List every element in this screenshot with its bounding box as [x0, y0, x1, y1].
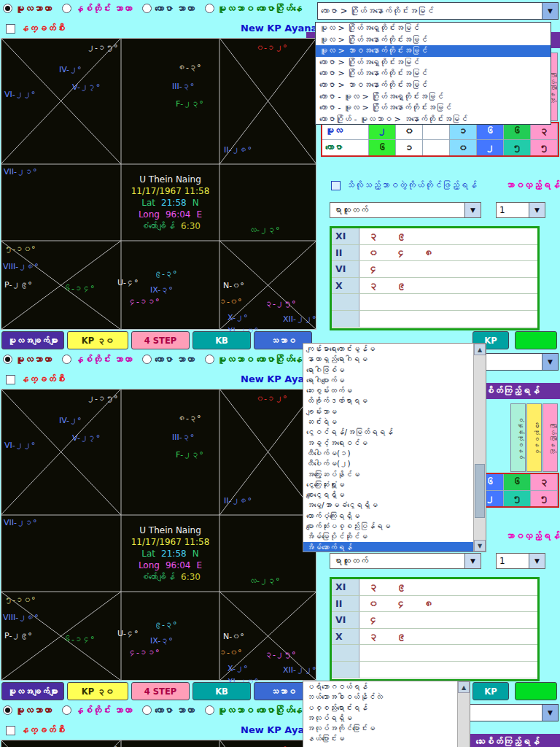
scrollbar-thumb[interactable]	[475, 464, 485, 518]
nakkhat-checkbox[interactable]	[6, 24, 15, 34]
birth-chart: ၂-၁၅°IV-၂°V-၂၇°VI-၂၂°၈-၃°III-၃°F-၂၃°၀-၁၂…	[1, 38, 316, 330]
topic-item[interactable]: ထောက်ပံ့ကြေးရရှိမ	[303, 511, 473, 521]
house-number: XI	[332, 579, 359, 595]
dropdown-item[interactable]: ကောဇာ > ဂြိုဟ်အရှေ့တိုင်းအမြင်	[316, 57, 551, 69]
topic-item[interactable]: အမွေ/အာမခံငွေရရှိမ	[303, 500, 473, 510]
topic-combobox[interactable]: ရာထူးတက် ▼	[330, 553, 481, 569]
dropdown-item[interactable]: ကောဇာဂြိုဟ် - မူလဘာဝ > အနောက်တိုင်းအမြင်	[316, 114, 551, 125]
topic-item[interactable]: ချေးငွေရရှိမ	[303, 489, 473, 500]
topic-item[interactable]: အိမ်ဆောက်ရန်	[303, 542, 473, 551]
fill-houses-checkbox[interactable]	[331, 181, 341, 190]
house-value: ၉	[387, 629, 415, 645]
chart-label: ၀-၁၂°	[256, 395, 287, 403]
topic-item[interactable]: ထီပေါက်မ(၂)	[303, 458, 473, 468]
radio-icon	[142, 355, 152, 364]
rotate-houses-label[interactable]: ဘာဝလှည့်ရန်	[505, 530, 560, 541]
dropdown-arrow-icon[interactable]: ▼	[542, 354, 558, 370]
topic-item[interactable]: နယ်ပြောင်းမ	[303, 733, 457, 743]
dropdown-arrow-icon[interactable]: ▼	[464, 554, 481, 568]
count-combobox[interactable]: 1 ▼	[496, 202, 545, 218]
topic-item[interactable]: ငွေဝင်ရန်/အမြတ်ရရန်	[303, 427, 473, 437]
topic-item[interactable]: ဆင်းရဲမ	[303, 417, 473, 427]
dropdown-item[interactable]: ကောဇာ > ဂြိုဟ်အနောက်တိုင်းအမြင်	[316, 68, 551, 80]
radio-option-0[interactable]: မူလဘာတာ	[3, 3, 52, 14]
topic-item[interactable]: အလုပ်အကိုင်ပြောင်းမ	[303, 723, 457, 733]
radio-option-label: ကောဇာ ဘာတာ	[155, 705, 194, 716]
topic-item[interactable]: အကြွေးဆပ်နိုင်မ	[303, 469, 473, 479]
toolbar-button-3[interactable]: KB	[192, 682, 251, 700]
chart-label: ၄-၁၁°	[128, 298, 159, 306]
topic-item[interactable]: ဘယ်သောအခါဝယ်နိုင်လဲ	[303, 692, 457, 702]
topic-item[interactable]: ပစ္စည်းရောင်းရန်	[303, 703, 457, 713]
topic-item[interactable]: အိမ်မြေပိုင်ဆိုင်မ	[303, 531, 473, 541]
radio-option-3[interactable]: မူလဘာဝ ကောဇာဂြိုဟ်နေ	[205, 705, 303, 716]
toolbar-button-1[interactable]: KP ၃၀	[67, 682, 128, 700]
radio-option-0[interactable]: မူလဘာတာ	[3, 354, 52, 365]
scroll-down-icon[interactable]: ▼	[474, 540, 486, 551]
dropdown-arrow-icon[interactable]: ▼	[542, 3, 558, 19]
dropdown-arrow-icon[interactable]: ▼	[529, 203, 545, 217]
topic-item[interactable]: အခွင့်အရေးဝင်မ	[303, 438, 473, 448]
scroll-up-icon[interactable]: ▲	[458, 681, 470, 693]
dropdown-item[interactable]: ကောဇာ > ဘာဝအနောက်တိုင်းအမြင်	[316, 80, 551, 91]
radio-option-0[interactable]: မူလဘာတာ	[3, 705, 52, 716]
radio-option-1[interactable]: နှစ်တိုင်း ဘာတာ	[62, 705, 132, 716]
radio-option-3[interactable]: မူလဘာဝ ကောဇာဂြိုဟ်နေ	[205, 354, 303, 365]
side-tab-2[interactable]: ဂြိုဟ်ပြီးနည်း	[542, 403, 558, 472]
toolbar-right-button-1[interactable]	[515, 331, 557, 349]
topic-item[interactable]: ပရိဘောဂဝယ်ရန်	[303, 681, 457, 692]
dropdown-item[interactable]: မူလ > ဂြိုဟ်အရှေ့တိုင်းအမြင်	[316, 23, 551, 34]
dropdown-arrow-icon[interactable]: ▼	[464, 203, 481, 217]
topic-item[interactable]: ထီပေါက်မ(၁)	[303, 448, 473, 458]
toolbar-button-2[interactable]: 4 STEP	[131, 331, 190, 349]
radio-option-2[interactable]: ကောဇာ ဘာတာ	[142, 354, 194, 365]
toolbar-button-1[interactable]: KP ၃၀	[67, 331, 128, 349]
topic-item[interactable]: ဆေးစွမ်းထက်မ	[303, 385, 473, 395]
dropdown-item[interactable]: မူလ > ဘာဝအနောက်တိုင်းအမြင်	[316, 45, 551, 57]
side-tab-0[interactable]: စံနှုန်းသုံးစနစ်	[510, 403, 526, 472]
scrollbar[interactable]: ▲	[457, 681, 470, 747]
radio-option-1[interactable]: နှစ်တိုင်း ဘာတာ	[62, 3, 132, 14]
toolbar-button-0[interactable]: မူလအချက်များ	[1, 682, 64, 700]
topic-combobox[interactable]: ရာထူးတက် ▼	[330, 202, 481, 218]
nakkhat-checkbox[interactable]	[6, 726, 15, 735]
chart-label: ၁-၀°	[219, 649, 241, 657]
topic-item[interactable]: ချမ်းသာမ	[303, 406, 473, 417]
dropdown-item[interactable]: ကောဇာ - မူလ > ဂြိုဟ်အရှေ့တိုင်းအမြင်	[316, 91, 551, 103]
birth-latitude: Lat 21:58 N	[141, 198, 198, 208]
rotate-houses-label[interactable]: ဘာဝလှည့်ရန်	[505, 179, 560, 190]
topic-item[interactable]: ရောဂါပျောက်မ	[303, 375, 473, 385]
topic-item[interactable]: ထိခိုက်ဒဏ်ရာရမ	[303, 395, 473, 406]
dropdown-arrow-icon[interactable]: ▼	[542, 705, 558, 721]
toolbar-right-button-1[interactable]	[515, 682, 557, 700]
house-row: X၃၉	[332, 629, 537, 646]
topic-item[interactable]: ပျောက်ဆုံးပစ္စည်းပြန်ရမ	[303, 521, 473, 531]
chart-label: III-၃°	[172, 433, 194, 442]
radio-option-1[interactable]: နှစ်တိုင်း ဘာတာ	[62, 354, 132, 365]
toolbar-button-2[interactable]: 4 STEP	[131, 682, 190, 700]
topic-item[interactable]: ငွေကြေးဆုံးရှုံးမ	[303, 479, 473, 489]
house-row: XI၃၉	[332, 579, 537, 596]
radio-option-3[interactable]: မူလဘာဝ ကောဇာဂြိုဟ်နေ	[205, 3, 303, 14]
chart-label: F-၂၃°	[176, 100, 203, 109]
topic-item[interactable]: နာတာရှည်ရောဂါရမ	[303, 354, 473, 364]
radio-option-2[interactable]: ကောဇာ ဘာတာ	[142, 705, 194, 716]
dropdown-item[interactable]: ကောဇာ - မူလ > ဂြိုဟ်အနောက်တိုင်းအမြင်	[316, 102, 551, 114]
aspect-view-combobox[interactable]: ကောဇာ > ဂြိုဟ်အနောက်တိုင်းအမြင် ▼	[317, 2, 559, 20]
scroll-up-icon[interactable]: ▲	[474, 344, 486, 355]
scrollbar[interactable]: ▲ ▼	[473, 344, 486, 551]
chart-label: V-၂၇°	[72, 434, 100, 443]
count-combobox[interactable]: 1 ▼	[496, 553, 545, 569]
topic-item[interactable]: ကျန်းမာရေးကောင်းမွန်မ	[303, 344, 473, 354]
toolbar-button-0[interactable]: မူလအချက်များ	[1, 331, 64, 349]
dropdown-arrow-icon[interactable]: ▼	[529, 554, 545, 568]
radio-icon	[3, 355, 12, 364]
dropdown-item[interactable]: မူလ > ဂြိုဟ်အနောက်တိုင်းအမြင်	[316, 34, 551, 46]
side-tab-1[interactable]: ဇောသုံးစနစ်	[526, 403, 542, 472]
topic-item[interactable]: အလုပ်ရရှိမ	[303, 713, 457, 723]
toolbar-button-3[interactable]: KB	[192, 331, 251, 349]
toolbar-right-button-0[interactable]: KP	[472, 682, 509, 700]
radio-option-2[interactable]: ကောဇာ ဘာတာ	[142, 3, 194, 14]
nakkhat-checkbox[interactable]	[6, 375, 15, 384]
topic-item[interactable]: ရောဂါဖြစ်မ	[303, 365, 473, 375]
